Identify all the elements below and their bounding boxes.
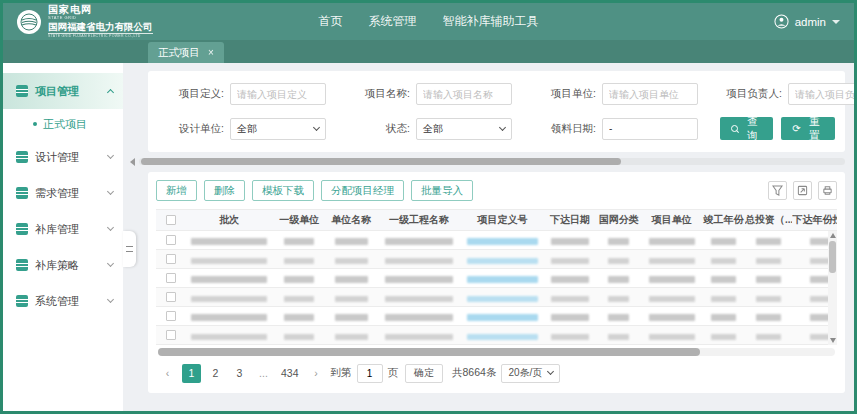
print-button[interactable] [818, 181, 837, 200]
project-definition-link[interactable] [461, 249, 545, 268]
reset-button[interactable]: ⟳ 重置 [781, 117, 835, 140]
chevron-down-icon [313, 123, 320, 130]
table-header-row: 批次 一级单位 单位名称 一级工程名称 项目定义号 下达日期 国网分类 项目单位… [156, 210, 837, 230]
scroll-down-icon[interactable] [830, 338, 836, 343]
col-project-unit: 项目单位 [641, 210, 702, 230]
design-unit-select[interactable]: 全部 [230, 118, 326, 140]
col-level1-project-name: 一级工程名称 [377, 210, 461, 230]
chevron-down-icon [499, 123, 506, 130]
row-checkbox[interactable] [166, 311, 176, 321]
export-icon [797, 185, 808, 196]
template-download-button[interactable]: 模板下载 [252, 180, 314, 201]
project-definition-link[interactable] [461, 306, 545, 325]
jump-confirm-button[interactable]: 确定 [405, 364, 443, 383]
table-body [156, 230, 837, 344]
project-definition-link[interactable] [461, 268, 545, 287]
filter-design-unit: 设计单位: 全部 [162, 118, 326, 140]
page-body: 项目管理 正式项目 设计管理 需求管理 补库管理 [3, 63, 854, 411]
state-grid-logo-icon [17, 10, 41, 34]
chevron-down-icon [107, 152, 114, 159]
filter-project-leader: 项目负责人: [720, 83, 857, 105]
table-horizontal-scrollbar[interactable] [158, 348, 835, 356]
col-sgcc-category: 国网分类 [596, 210, 641, 230]
delete-button[interactable]: 删除 [204, 180, 245, 201]
hscroll-thumb[interactable] [141, 158, 621, 165]
content-horizontal-scrollbar [130, 157, 845, 166]
table-row [156, 287, 837, 306]
company-name-en: STATE GRID FUJIAN ELECTRIC POWER CO.,LTD [48, 35, 153, 39]
avatar-icon [774, 14, 789, 29]
status-select[interactable]: 全部 [416, 118, 512, 140]
page-size-select[interactable]: 20条/页 [501, 364, 560, 383]
sidebar: 项目管理 正式项目 设计管理 需求管理 补库管理 [3, 63, 123, 411]
table-row [156, 306, 837, 325]
filter-columns-button[interactable] [768, 181, 787, 200]
prev-page-button[interactable]: ‹ [158, 364, 177, 383]
table-row [156, 325, 837, 344]
col-project-definition-no: 项目定义号 [461, 210, 545, 230]
sidebar-subitem-formal-project[interactable]: 正式项目 [3, 109, 123, 139]
design-doc-icon [16, 151, 28, 163]
row-checkbox[interactable] [166, 235, 176, 245]
sidebar-collapse-handle[interactable] [123, 231, 136, 267]
user-menu[interactable]: admin [774, 14, 840, 29]
hscroll-track[interactable] [139, 158, 845, 165]
sidebar-item-replenish-management[interactable]: 补库管理 [3, 211, 123, 247]
row-checkbox[interactable] [166, 330, 176, 340]
row-checkbox[interactable] [166, 254, 176, 264]
scroll-up-icon[interactable] [830, 233, 836, 238]
project-definition-link[interactable] [461, 287, 545, 306]
sidebar-item-replenish-strategy[interactable]: 补库策略 [3, 247, 123, 283]
project-definition-input[interactable] [230, 83, 326, 105]
data-table-wrapper: 批次 一级单位 单位名称 一级工程名称 项目定义号 下达日期 国网分类 项目单位… [156, 209, 837, 345]
username: admin [795, 16, 826, 28]
material-date-input[interactable] [602, 118, 698, 140]
project-unit-input[interactable] [602, 83, 698, 105]
next-page-button[interactable]: › [307, 364, 326, 383]
strategy-icon [16, 259, 28, 271]
logo-text: 国家电网 STATE GRID 国网福建省电力有限公司 STATE GRID F… [48, 5, 153, 38]
page-1-button[interactable]: 1 [182, 364, 201, 383]
page-434-button[interactable]: 434 [278, 364, 302, 383]
row-checkbox[interactable] [166, 292, 176, 302]
col-issue-date: 下达日期 [544, 210, 596, 230]
batch-import-button[interactable]: 批量导入 [411, 180, 473, 201]
nav-home[interactable]: 首页 [319, 13, 343, 30]
search-button[interactable]: 查询 [720, 117, 773, 140]
chevron-down-icon [107, 296, 114, 303]
nav-system-management[interactable]: 系统管理 [369, 13, 417, 30]
vscroll-thumb[interactable] [829, 241, 836, 273]
scroll-left-icon[interactable] [130, 158, 135, 166]
add-button[interactable]: 新增 [156, 180, 197, 201]
nav-replenish-tool[interactable]: 智能补库辅助工具 [443, 13, 539, 30]
row-checkbox[interactable] [166, 273, 176, 283]
project-definition-link[interactable] [461, 325, 545, 344]
tab-label: 正式项目 [158, 46, 200, 60]
filter-row-2: 设计单位: 全部 状态: 全部 领料日期: [162, 117, 835, 140]
top-nav: 首页 系统管理 智能补库辅助工具 [319, 13, 539, 30]
page-2-button[interactable]: 2 [206, 364, 225, 383]
page-3-button[interactable]: 3 [230, 364, 249, 383]
table-panel: 新增 删除 模板下载 分配项目经理 批量导入 [148, 172, 845, 393]
brand-name: 国家电网 [48, 5, 153, 15]
project-leader-input[interactable] [788, 83, 857, 105]
chevron-up-icon [107, 89, 114, 96]
tab-formal-project[interactable]: 正式项目 × [148, 42, 224, 63]
export-button[interactable] [793, 181, 812, 200]
table-vertical-scrollbar[interactable] [828, 231, 837, 345]
project-definition-link[interactable] [461, 230, 545, 249]
printer-icon [822, 185, 833, 196]
sidebar-item-system-management[interactable]: 系统管理 [3, 283, 123, 319]
sidebar-item-project-management[interactable]: 项目管理 [3, 73, 123, 109]
company-name: 国网福建省电力有限公司 [48, 22, 153, 34]
col-completion-year: 竣工年份 [702, 210, 745, 230]
filter-panel: 项目定义: 项目名称: 项目单位: 项目负责人: [148, 71, 845, 152]
sidebar-item-demand-management[interactable]: 需求管理 [3, 175, 123, 211]
select-all-checkbox[interactable] [166, 215, 176, 225]
project-name-input[interactable] [416, 83, 512, 105]
sidebar-item-design-management[interactable]: 设计管理 [3, 139, 123, 175]
table-hscroll-thumb[interactable] [158, 348, 700, 356]
jump-page-input[interactable] [357, 364, 383, 383]
tab-close-icon[interactable]: × [208, 47, 214, 58]
assign-pm-button[interactable]: 分配项目经理 [321, 180, 404, 201]
